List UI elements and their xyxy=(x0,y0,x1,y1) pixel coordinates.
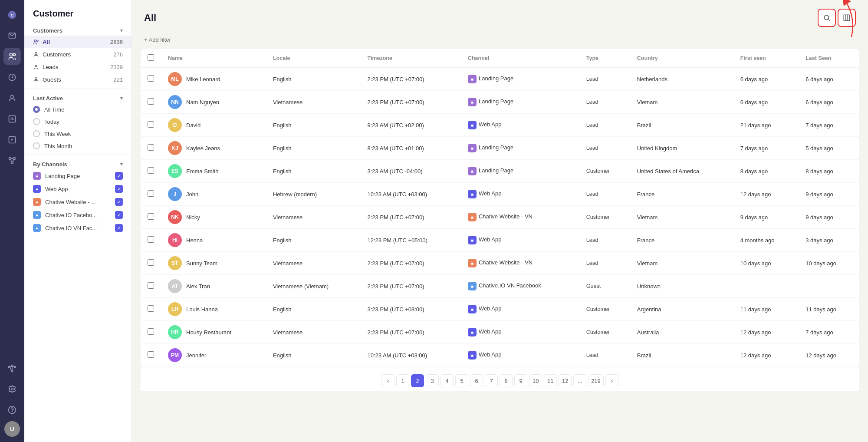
nav-customers[interactable]: Customers 276 xyxy=(24,48,132,61)
row-checkbox[interactable] xyxy=(148,98,154,105)
channel-item[interactable]: ● Web App xyxy=(24,182,132,195)
columns-button[interactable] xyxy=(838,9,856,27)
tasks-icon[interactable] xyxy=(3,131,21,148)
table-row[interactable]: NN Nam Nguyen Vietnamese 2:23 PM (UTC +0… xyxy=(141,91,859,114)
user-avatar: AT xyxy=(168,279,182,293)
channel-dot: ■ xyxy=(468,282,477,290)
channel-item[interactable]: ● Chative.IO Facebo... xyxy=(24,208,132,221)
page-8-button[interactable]: 8 xyxy=(500,374,513,387)
page-4-button[interactable]: 4 xyxy=(441,374,454,387)
help-icon[interactable] xyxy=(3,401,21,419)
table-row[interactable]: HI Henna English 12:23 PM (UTC +05:00) ■… xyxy=(141,229,859,252)
this-week-radio xyxy=(33,130,40,137)
locale-cell: English xyxy=(266,298,361,321)
page-3-button[interactable]: 3 xyxy=(426,374,439,387)
nav-guests[interactable]: Guests 221 xyxy=(24,73,132,86)
table-row[interactable]: HR Housy Restaurant Vietnamese 2:23 PM (… xyxy=(141,321,859,344)
nav-leads[interactable]: Leads 2339 xyxy=(24,61,132,73)
page-1-button[interactable]: 1 xyxy=(396,374,409,387)
filter-this-week[interactable]: This Week xyxy=(24,128,132,140)
table-row[interactable]: J John Hebrew (modern) 10:23 AM (UTC +03… xyxy=(141,183,859,206)
nav-all[interactable]: All 2836 xyxy=(24,36,132,48)
row-checkbox[interactable] xyxy=(148,213,154,220)
row-checkbox[interactable] xyxy=(148,328,154,335)
country-cell: Brazil xyxy=(630,114,733,137)
table-row[interactable]: NK Nicky Vietnamese 2:23 PM (UTC +07:00)… xyxy=(141,206,859,229)
logo-icon[interactable]: C xyxy=(3,6,21,23)
row-checkbox[interactable] xyxy=(148,305,154,312)
channel-dot: ■ xyxy=(468,305,477,313)
prev-page-button[interactable]: ‹ xyxy=(381,374,395,387)
table-row[interactable]: KJ Kaylee Jeans English 8:23 AM (UTC +01… xyxy=(141,137,859,160)
row-checkbox[interactable] xyxy=(148,282,154,289)
flows-icon[interactable] xyxy=(3,152,21,169)
page-6-button[interactable]: 6 xyxy=(470,374,483,387)
search-button[interactable] xyxy=(818,9,836,27)
channel-item[interactable]: ● Chative.IO VN Fac... xyxy=(24,221,132,234)
channel-dot: ■ xyxy=(468,328,477,336)
channel-checkbox[interactable] xyxy=(115,211,123,219)
row-checkbox[interactable] xyxy=(148,167,154,174)
page-11-button[interactable]: 11 xyxy=(544,374,557,387)
page-12-button[interactable]: 12 xyxy=(559,374,572,387)
name-cell: LH Louis Hanna xyxy=(161,298,266,321)
guests-label: Guests xyxy=(43,76,61,83)
last-active-section-header[interactable]: Last Active ▾ xyxy=(24,92,132,103)
table-row[interactable]: D David English 9:23 AM (UTC +02:00) ■We… xyxy=(141,114,859,137)
channel-item[interactable]: ● Landing Page xyxy=(24,169,132,182)
filter-this-month[interactable]: This Month xyxy=(24,140,132,152)
channel-checkbox[interactable] xyxy=(115,172,123,180)
locale-cell: Hebrew (modern) xyxy=(266,183,361,206)
channels-list: ● Landing Page ● Web App ● Chative Websi… xyxy=(24,169,132,234)
row-checkbox[interactable] xyxy=(148,351,154,358)
channel-checkbox[interactable] xyxy=(115,198,123,206)
customers-section-header[interactable]: Customers ▾ xyxy=(24,24,132,36)
last-seen-cell: 6 days ago xyxy=(799,68,859,91)
page-219-button[interactable]: 219 xyxy=(588,374,604,387)
row-checkbox[interactable] xyxy=(148,144,154,151)
name-cell: HR Housy Restaurant xyxy=(161,321,266,344)
table-row[interactable]: ST Sunny Team Vietnamese 2:23 PM (UTC +0… xyxy=(141,252,859,275)
row-checkbox[interactable] xyxy=(148,259,154,266)
user-avatar[interactable]: U xyxy=(4,421,20,437)
svg-point-28 xyxy=(35,52,37,54)
svg-point-10 xyxy=(13,158,16,160)
table-row[interactable]: ML Mike Leonard English 2:23 PM (UTC +07… xyxy=(141,68,859,91)
last-active-label: Last Active xyxy=(33,95,63,102)
row-checkbox[interactable] xyxy=(148,121,154,128)
table-row[interactable]: ES Emma Smith English 3:23 AM (UTC -04:0… xyxy=(141,160,859,183)
page-2-button[interactable]: 2 xyxy=(411,374,424,387)
by-channels-section-header[interactable]: By Channels ▾ xyxy=(24,158,132,169)
row-checkbox[interactable] xyxy=(148,190,154,197)
channel-dot: ■ xyxy=(468,259,477,267)
customer-name: David xyxy=(186,122,201,129)
row-checkbox[interactable] xyxy=(148,236,154,243)
channel-checkbox[interactable] xyxy=(115,185,123,193)
name-cell: NN Nam Nguyen xyxy=(161,91,266,114)
integrations-icon[interactable] xyxy=(3,360,21,377)
select-all-checkbox[interactable] xyxy=(148,54,154,61)
svg-point-11 xyxy=(11,162,13,164)
channel-name: Landing Page xyxy=(45,173,80,179)
filter-all-time[interactable]: All Time xyxy=(24,103,132,115)
row-checkbox[interactable] xyxy=(148,75,154,82)
table-row[interactable]: AT Alex Tran Vietnamese (Vietnam) 2:23 P… xyxy=(141,275,859,298)
next-page-button[interactable]: › xyxy=(605,374,618,387)
table-row[interactable]: LH Louis Hanna English 3:23 PM (UTC +08:… xyxy=(141,298,859,321)
page-10-button[interactable]: 10 xyxy=(529,374,542,387)
inbox-icon[interactable] xyxy=(3,27,21,44)
page-5-button[interactable]: 5 xyxy=(455,374,468,387)
analytics-icon[interactable] xyxy=(3,69,21,86)
add-filter-button[interactable]: + Add filter xyxy=(144,35,171,45)
table-row[interactable]: PM Jennifer English 10:23 AM (UTC +03:00… xyxy=(141,344,859,367)
customers-icon[interactable] xyxy=(3,48,21,65)
contacts-icon[interactable] xyxy=(3,89,21,107)
locale-cell: Vietnamese xyxy=(266,206,361,229)
reports-icon[interactable] xyxy=(3,110,21,128)
filter-today[interactable]: Today xyxy=(24,115,132,128)
channel-item[interactable]: ● Chative Website - ... xyxy=(24,195,132,208)
settings-icon[interactable] xyxy=(3,380,21,398)
page-9-button[interactable]: 9 xyxy=(514,374,527,387)
page-7-button[interactable]: 7 xyxy=(485,374,498,387)
channel-checkbox[interactable] xyxy=(115,224,123,232)
